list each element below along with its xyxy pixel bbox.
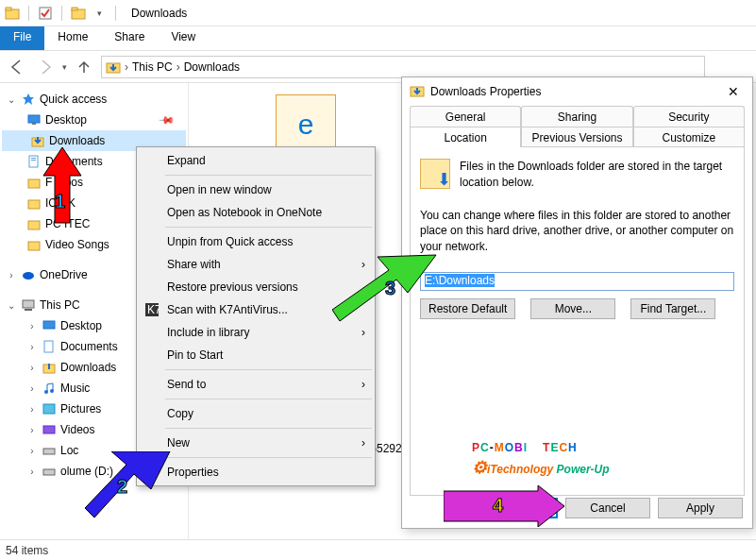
move-button[interactable]: Move... <box>530 298 615 319</box>
apply-button[interactable]: Apply <box>658 498 743 518</box>
window-title: Downloads <box>131 7 187 20</box>
pin-icon: 📌 <box>157 110 175 128</box>
desktop-icon <box>26 112 42 127</box>
downloads-large-icon: ⬇ <box>420 159 450 189</box>
ctx-restore-previous[interactable]: Restore previous versions <box>139 276 373 298</box>
tab-previous-versions[interactable]: Previous Versions <box>521 127 632 147</box>
ribbon-view-tab[interactable]: View <box>158 26 209 50</box>
breadcrumb[interactable]: › This PC › Downloads <box>101 56 705 78</box>
drive-icon <box>42 464 57 479</box>
svg-rect-25 <box>43 404 55 414</box>
svg-rect-14 <box>28 200 40 209</box>
chevron-right-icon[interactable]: › <box>176 60 180 74</box>
star-icon <box>21 92 36 107</box>
caret-right-icon[interactable]: › <box>6 269 17 280</box>
location-desc-2: You can change where files in this folde… <box>420 208 734 255</box>
caret-down-icon[interactable]: ⌄ <box>6 299 17 311</box>
drive-icon <box>42 443 57 458</box>
caret-right-icon[interactable]: › <box>26 382 38 394</box>
caret-right-icon[interactable]: › <box>26 320 38 331</box>
ctx-properties[interactable]: Properties <box>139 461 373 484</box>
sidebar-quick-access[interactable]: ⌄ Quick access <box>2 89 186 110</box>
ribbon-home-tab[interactable]: Home <box>44 26 101 50</box>
desktop-icon <box>42 318 57 333</box>
svg-rect-13 <box>28 179 40 188</box>
ctx-expand[interactable]: Expand <box>139 149 373 172</box>
qat-dropdown-icon[interactable]: ▾ <box>91 5 108 22</box>
location-desc-1: Files in the Downloads folder are stored… <box>460 159 734 191</box>
k7-icon: K7 <box>144 302 160 317</box>
tab-general[interactable]: General <box>410 106 521 127</box>
nav-forward-button[interactable] <box>34 56 57 78</box>
tab-location[interactable]: Location <box>410 127 521 147</box>
restore-default-button[interactable]: Restore Default <box>420 298 515 319</box>
svg-rect-7 <box>28 115 40 123</box>
ctx-send-to[interactable]: Send to › <box>139 373 373 396</box>
caret-down-icon[interactable]: ⌄ <box>6 93 17 105</box>
caret-right-icon[interactable]: › <box>26 362 38 373</box>
breadcrumb-thispc[interactable]: This PC <box>132 60 173 74</box>
ctx-share-with[interactable]: Share with › <box>139 253 373 276</box>
nav-back-button[interactable] <box>6 56 28 78</box>
svg-rect-11 <box>31 158 36 159</box>
caret-right-icon[interactable]: › <box>26 424 38 435</box>
folder-icon <box>26 195 42 211</box>
ctx-open-new-window[interactable]: Open in new window <box>139 178 373 201</box>
chevron-right-icon[interactable]: › <box>125 60 128 74</box>
ok-button[interactable]: OK <box>473 498 558 518</box>
ribbon-file-tab[interactable]: File <box>0 26 44 50</box>
dialog-titlebar[interactable]: Downloads Properties ✕ <box>402 77 752 106</box>
svg-rect-18 <box>23 300 34 308</box>
tab-location-body: ⬇ Files in the Downloads folder are stor… <box>410 146 745 496</box>
cancel-button[interactable]: Cancel <box>565 498 650 518</box>
nav-recent-dropdown[interactable]: ▾ <box>62 62 67 72</box>
ctx-new[interactable]: New › <box>139 432 373 454</box>
svg-rect-4 <box>72 8 77 10</box>
folder-icon <box>26 216 42 231</box>
dialog-title: Downloads Properties <box>430 85 541 98</box>
ctx-unpin-quick-access[interactable]: Unpin from Quick access <box>139 230 373 253</box>
svg-marker-6 <box>23 93 34 105</box>
sidebar-qa-desktop[interactable]: Desktop 📌 <box>2 110 186 130</box>
pictures-icon <box>42 401 57 416</box>
cloud-icon <box>21 267 36 282</box>
checkbox-icon[interactable] <box>37 5 54 22</box>
close-button[interactable]: ✕ <box>714 77 752 106</box>
svg-rect-26 <box>43 426 55 433</box>
find-target-button[interactable]: Find Target... <box>630 298 715 319</box>
submenu-arrow-icon: › <box>361 258 365 271</box>
breadcrumb-downloads[interactable]: Downloads <box>184 60 240 74</box>
caret-right-icon[interactable]: › <box>26 403 38 415</box>
submenu-arrow-icon: › <box>361 326 365 339</box>
svg-rect-27 <box>43 449 55 454</box>
music-icon <box>42 381 57 396</box>
tab-sharing[interactable]: Sharing <box>521 106 632 127</box>
svg-rect-12 <box>31 160 36 161</box>
documents-icon <box>26 154 42 169</box>
ctx-scan-k7[interactable]: K7 Scan with K7AntiVirus... <box>139 298 373 321</box>
downloads-folder-icon <box>106 56 121 78</box>
svg-rect-19 <box>25 309 32 311</box>
tab-security[interactable]: Security <box>633 106 745 127</box>
pc-icon <box>21 297 36 313</box>
status-item-count: 54 items <box>6 544 48 557</box>
ctx-pin-start[interactable]: Pin to Start <box>139 344 373 366</box>
ctx-copy[interactable]: Copy <box>139 402 373 425</box>
ribbon: File Home Share View <box>0 26 756 51</box>
folder-icon <box>4 5 21 22</box>
caret-right-icon[interactable]: › <box>26 341 38 352</box>
location-path-input[interactable]: E:\Downloads <box>420 272 734 291</box>
folder-icon <box>26 237 42 252</box>
caret-right-icon[interactable]: › <box>26 466 38 477</box>
svg-point-24 <box>50 389 54 393</box>
nav-up-button[interactable] <box>73 56 95 78</box>
ctx-include-library[interactable]: Include in library › <box>139 321 373 344</box>
ribbon-share-tab[interactable]: Share <box>101 26 158 50</box>
folder-icon <box>70 5 87 22</box>
svg-rect-16 <box>28 242 40 250</box>
caret-right-icon[interactable]: › <box>26 445 38 456</box>
svg-point-23 <box>44 390 48 394</box>
tab-customize[interactable]: Customize <box>633 127 745 147</box>
ctx-open-onenote[interactable]: Open as Notebook in OneNote <box>139 201 373 224</box>
svg-rect-8 <box>32 123 36 125</box>
